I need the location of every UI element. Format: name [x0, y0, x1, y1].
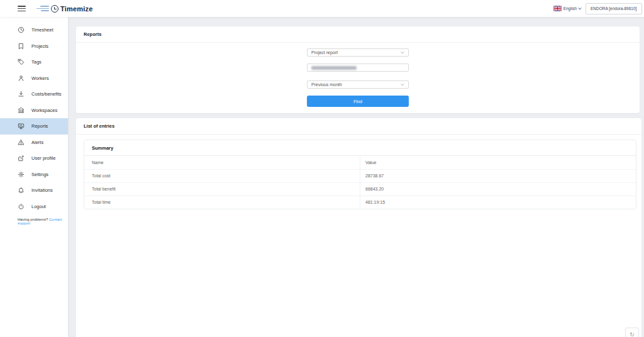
sidebar-item-label: Timesheet — [31, 27, 53, 33]
report-type-select[interactable]: Project report — [307, 48, 409, 57]
support-line: Having problems? Contact support — [0, 218, 68, 225]
sidebar-item-label: Costs/benefits — [31, 91, 62, 97]
account-value: ENDORA [endora-89610] — [591, 6, 636, 11]
sidebar-item-workers[interactable]: Workers — [0, 70, 68, 87]
row-value: 66843.20 — [360, 182, 636, 196]
person-icon — [18, 75, 25, 82]
pie-chart-area: ↻ — [76, 323, 641, 337]
sidebar-item-label: Settings — [31, 172, 48, 177]
sidebar-item-label: Projects — [31, 43, 48, 49]
chevron-down-icon — [401, 50, 404, 53]
logo-speedlines-icon — [36, 6, 49, 11]
sidebar-nav: Timesheet Projects Tags Workers Costs/be… — [0, 17, 68, 337]
summary-title: Summary — [84, 140, 636, 156]
row-value: 481:19:15 — [360, 196, 636, 209]
sidebar-item-logout[interactable]: Logout — [0, 199, 68, 215]
sidebar-item-label: Reports — [31, 123, 48, 129]
language-selector[interactable]: English — [553, 6, 581, 11]
app-logo[interactable]: Timemize — [36, 5, 93, 13]
sidebar-item-alerts[interactable]: Alerts — [0, 135, 68, 151]
reports-panel-title: Reports — [76, 26, 640, 43]
refresh-icon[interactable]: ↻ — [625, 328, 639, 337]
table-row: Total cost 28738.67 — [84, 169, 636, 182]
chevron-down-icon — [401, 82, 404, 86]
sidebar-item-label: Workers — [31, 75, 49, 81]
sidebar-item-label: Workspaces — [31, 108, 57, 113]
account-selector[interactable]: ENDORA [endora-89610] — [586, 3, 642, 14]
edit-profile-icon — [18, 155, 25, 162]
row-name: Total time — [84, 196, 360, 209]
table-row: Total time 481:19:15 — [84, 196, 636, 209]
top-header: Timemize English ENDORA [endora-89610] — [0, 0, 644, 17]
bank-icon — [18, 107, 25, 114]
pie-leader-lines — [76, 323, 641, 337]
row-name: Total benefit — [84, 182, 360, 196]
bell-icon — [18, 187, 25, 194]
entries-panel: List of entries Summary Name Value Total… — [76, 118, 641, 337]
warning-triangle-icon — [18, 139, 25, 146]
sidebar-item-projects[interactable]: Projects — [0, 38, 68, 55]
report-chart-icon — [18, 123, 25, 130]
summary-table: Name Value Total cost 28738.67 Total ben… — [84, 156, 636, 209]
project-input[interactable] — [307, 64, 409, 72]
sidebar-item-label: Logout — [31, 204, 46, 209]
table-row: Total benefit 66843.20 — [84, 182, 636, 196]
sidebar-item-reports[interactable]: Reports — [0, 118, 68, 135]
sidebar-item-label: Alerts — [31, 140, 43, 145]
sidebar-item-invitations[interactable]: Invitations — [0, 182, 68, 199]
reports-panel: Reports Project report Previous month Fi… — [76, 26, 640, 113]
summary-card: Summary Name Value Total cost 28738.67 T… — [84, 140, 636, 209]
period-value: Previous month — [311, 82, 342, 87]
uk-flag-icon — [553, 6, 562, 11]
sidebar-item-user-profile[interactable]: User profile — [0, 150, 68, 167]
costs-icon — [18, 91, 25, 97]
sidebar-item-tags[interactable]: Tags — [0, 54, 68, 70]
app-screen: Timemize English ENDORA [endora-89610] — [0, 0, 644, 337]
sidebar-item-label: Invitations — [31, 187, 53, 193]
chevron-down-icon — [578, 6, 582, 9]
hamburger-menu-icon[interactable] — [18, 6, 26, 11]
clock-icon — [18, 26, 25, 33]
row-value: 28738.67 — [360, 169, 636, 182]
sidebar-item-costs-benefits[interactable]: Costs/benefits — [0, 86, 68, 102]
gear-icon — [18, 171, 25, 178]
redacted-project-value — [311, 66, 357, 70]
bookmark-icon — [18, 43, 25, 50]
logo-clock-icon — [51, 5, 58, 13]
tag-icon — [18, 58, 25, 65]
column-header-name: Name — [84, 156, 360, 169]
entries-panel-title: List of entries — [76, 118, 641, 135]
sidebar-item-label: User profile — [31, 155, 55, 161]
column-header-value: Value — [360, 156, 636, 169]
sidebar-item-label: Tags — [31, 59, 42, 65]
power-icon — [18, 203, 25, 210]
period-select[interactable]: Previous month — [307, 80, 409, 89]
sidebar-item-timesheet[interactable]: Timesheet — [0, 22, 68, 38]
sidebar-item-workspaces[interactable]: Workspaces — [0, 102, 68, 119]
row-name: Total cost — [84, 169, 360, 182]
report-type-value: Project report — [311, 50, 338, 55]
sidebar-item-settings[interactable]: Settings — [0, 167, 68, 183]
find-button[interactable]: Find — [307, 96, 409, 107]
logo-text: Timemize — [60, 5, 93, 13]
language-label: English — [564, 6, 577, 11]
table-header-row: Name Value — [84, 156, 636, 169]
